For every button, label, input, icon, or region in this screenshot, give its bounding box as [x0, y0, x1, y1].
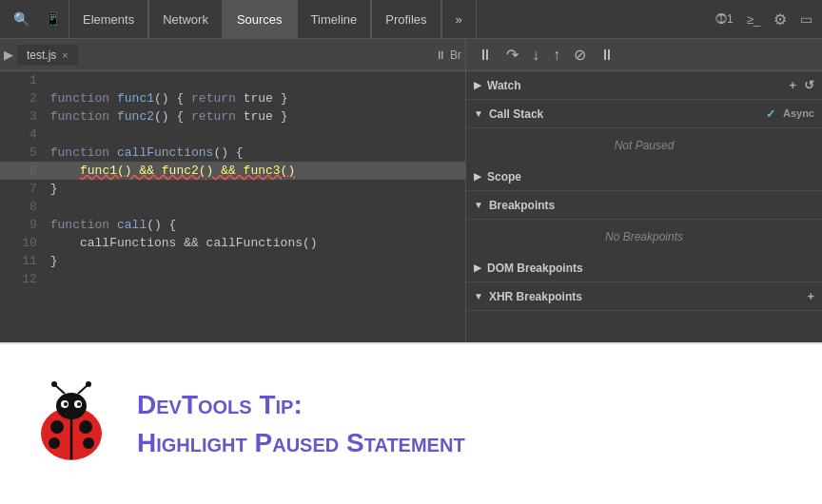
code-line-8: 8 [0, 198, 465, 216]
async-check-icon[interactable]: ✓ [766, 107, 775, 121]
toolbar-right: ⓵1 ≥_ ⚙ ▭ [712, 10, 816, 29]
dom-breakpoints-header[interactable]: ▶ DOM Breakpoints [466, 254, 822, 282]
callstack-actions: ✓ Async [766, 107, 814, 121]
callstack-arrow-icon: ▼ [474, 108, 483, 119]
code-line-7: 7 } [0, 180, 465, 198]
code-editor[interactable]: 1 2 function func1() { return true } 3 f… [0, 71, 465, 342]
console-icon[interactable]: ≥_ [743, 12, 764, 27]
play-icon[interactable]: ▶ [4, 48, 13, 62]
callstack-body: Not Paused [466, 128, 822, 163]
scope-label: Scope [487, 170, 521, 184]
callstack-label: Call Stack [489, 107, 543, 121]
breakpoints-label: Breakpoints [489, 199, 555, 212]
pause-on-exceptions-icon[interactable]: ⏸ [596, 45, 618, 66]
search-icon[interactable]: 🔍 [6, 11, 37, 27]
breakpoints-section: ▼ Breakpoints No Breakpoints [466, 191, 822, 254]
xhr-actions: + [807, 289, 814, 303]
tip-title: DevTools Tip: [137, 389, 465, 421]
watch-refresh-icon[interactable]: ↺ [804, 78, 814, 92]
code-line-6: 6 func1() && func2() && func3() [0, 162, 465, 180]
callstack-header[interactable]: ▼ Call Stack ✓ Async [466, 100, 822, 128]
pause-resume-icon[interactable]: ⏸ [474, 45, 497, 66]
svg-point-6 [83, 437, 94, 449]
editor-tabbar: ▶ test.js × ⏸ Br [0, 39, 465, 71]
svg-point-10 [86, 381, 91, 387]
file-label: test.js [27, 48, 56, 62]
code-line-12: 12 [0, 270, 465, 288]
badge-icon: ⓵1 [712, 12, 737, 26]
svg-point-13 [64, 402, 68, 406]
watch-arrow-icon: ▶ [474, 80, 481, 90]
tip-text: DevTools Tip: Highlight Paused Statement [137, 389, 465, 458]
svg-line-7 [55, 385, 65, 394]
watch-header[interactable]: ▶ Watch + ↺ [466, 71, 822, 100]
tab-network[interactable]: Network [148, 0, 223, 38]
tab-elements[interactable]: Elements [68, 0, 148, 38]
xhr-add-icon[interactable]: + [807, 289, 814, 303]
svg-point-4 [79, 420, 92, 434]
screen-icon[interactable]: ▭ [796, 11, 816, 27]
code-line-4: 4 [0, 126, 465, 144]
ladybug-icon [29, 381, 114, 467]
xhr-breakpoints-section: ▼ XHR Breakpoints + [466, 282, 822, 311]
close-tab-icon[interactable]: × [62, 49, 68, 61]
code-line-3: 3 function func2() { return true } [0, 107, 465, 126]
svg-point-5 [49, 437, 60, 449]
step-over-icon[interactable]: ↷ [502, 44, 522, 66]
dom-breakpoints-section: ▶ DOM Breakpoints [466, 254, 822, 282]
tab-timeline[interactable]: Timeline [297, 0, 372, 38]
debug-panel: ⏸ ↷ ↓ ↑ ⊘ ⏸ ▶ Watch + ↺ ▼ Call Stack [466, 39, 822, 342]
xhr-breakpoints-arrow-icon: ▼ [474, 291, 483, 301]
scope-header[interactable]: ▶ Scope [466, 163, 822, 191]
watch-section: ▶ Watch + ↺ [466, 71, 822, 100]
async-label: Async [783, 107, 814, 121]
gear-icon[interactable]: ⚙ [770, 10, 791, 29]
pause-icon[interactable]: ⏸ [435, 48, 446, 62]
devtools-panel: ▶ test.js × ⏸ Br 1 2 funct [0, 39, 822, 342]
editor-tab-testjs[interactable]: test.js × [17, 45, 78, 66]
code-line-10: 10 callFunctions && callFunctions() [0, 234, 465, 252]
scope-arrow-icon: ▶ [474, 171, 481, 182]
svg-point-14 [77, 402, 81, 406]
main-toolbar: 🔍 📱 Elements Network Sources Timeline Pr… [0, 0, 822, 39]
xhr-breakpoints-label: XHR Breakpoints [489, 290, 582, 303]
breakpoints-arrow-icon: ▼ [474, 200, 483, 210]
breakpoints-header[interactable]: ▼ Breakpoints [466, 191, 822, 220]
code-line-1: 1 [0, 71, 465, 89]
debug-toolbar: ⏸ ↷ ↓ ↑ ⊘ ⏸ [466, 39, 822, 71]
code-line-2: 2 function func1() { return true } [0, 89, 465, 107]
svg-point-3 [50, 420, 64, 434]
watch-actions: + ↺ [789, 78, 814, 92]
editor-panel: ▶ test.js × ⏸ Br 1 2 funct [0, 39, 466, 342]
tab-sources[interactable]: Sources [223, 0, 297, 38]
svg-line-8 [78, 385, 88, 394]
step-into-icon[interactable]: ↓ [528, 45, 543, 66]
code-line-11: 11 } [0, 252, 465, 270]
tab-profiles[interactable]: Profiles [371, 0, 440, 38]
breakpoints-body: No Breakpoints [466, 220, 822, 254]
dom-breakpoints-label: DOM Breakpoints [487, 262, 583, 275]
scope-section: ▶ Scope [466, 163, 822, 191]
deactivate-breakpoints-icon[interactable]: ⊘ [570, 44, 590, 66]
svg-point-9 [51, 381, 57, 387]
watch-add-icon[interactable]: + [789, 78, 796, 92]
code-line-9: 9 function call() { [0, 216, 465, 234]
mobile-icon[interactable]: 📱 [37, 11, 68, 27]
watch-label: Watch [487, 79, 521, 92]
breakpoint-icon[interactable]: Br [450, 48, 461, 62]
dom-breakpoints-arrow-icon: ▶ [474, 262, 481, 273]
xhr-breakpoints-header[interactable]: ▼ XHR Breakpoints + [466, 282, 822, 311]
code-line-5: 5 function callFunctions() { [0, 144, 465, 162]
step-out-icon[interactable]: ↑ [549, 45, 564, 66]
tip-section: DevTools Tip: Highlight Paused Statement [0, 342, 822, 504]
callstack-section: ▼ Call Stack ✓ Async Not Paused [466, 100, 822, 163]
tip-subtitle: Highlight Paused Statement [137, 427, 465, 459]
editor-tab-icons: ⏸ Br [435, 48, 461, 62]
tab-more[interactable]: » [441, 0, 477, 38]
